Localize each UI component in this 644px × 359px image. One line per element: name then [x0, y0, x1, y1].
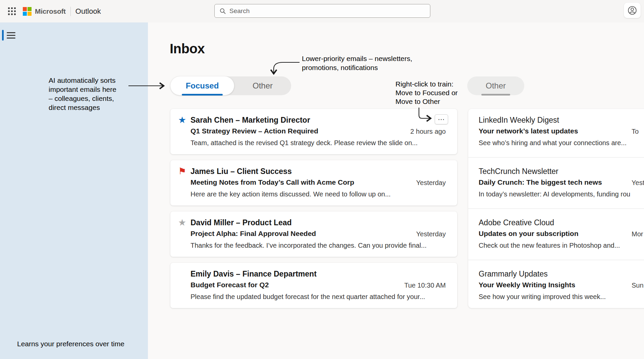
- email-subject: Project Alpha: Final Approval Needed: [191, 230, 316, 238]
- email-sender: Adobe Creative Cloud: [479, 218, 554, 227]
- star-icon[interactable]: ★: [176, 114, 188, 126]
- email-sender: David Miller – Product Lead: [191, 218, 292, 227]
- tab-other-right-label: Other: [486, 81, 506, 91]
- email-subject: Daily Crunch: The biggest tech news: [479, 178, 602, 186]
- email-sender: TechCrunch Newsletter: [479, 167, 558, 176]
- list-divider: [468, 208, 644, 209]
- search-bar[interactable]: [214, 4, 430, 18]
- email-sender: James Liu – Client Success: [191, 167, 292, 176]
- inbox-tabs: Other Focused: [170, 76, 291, 95]
- email-sender: Emily Davis – Finance Department: [191, 270, 317, 279]
- left-sidebar: AI automatically sorts important emails …: [0, 22, 148, 359]
- microsoft-logo-icon: [23, 7, 32, 16]
- main-content: Inbox Lower-priority emails – newsletter…: [148, 22, 644, 359]
- email-time: Mor: [632, 230, 643, 238]
- account-person-icon: [628, 6, 637, 15]
- email-time: Sun: [632, 282, 644, 289]
- email-card-focused-2[interactable]: ⚑ James Liu – Client Success Meeting Not…: [170, 160, 457, 205]
- email-subject: Your network’s latest updates: [479, 127, 578, 135]
- tab-focused[interactable]: Focused: [170, 76, 234, 95]
- annotation-learns-preferences: Learns your preferences over time: [17, 339, 151, 348]
- email-subject: Budget Forecast for Q2: [191, 281, 269, 289]
- email-preview: Here are the key action items discussed.…: [191, 190, 447, 198]
- flag-icon[interactable]: ⚑: [176, 166, 188, 177]
- email-item-other-1[interactable]: LinkedIn Weekly Digest Your network’s la…: [468, 109, 644, 154]
- star-icon[interactable]: ★: [176, 217, 188, 228]
- email-card-focused-3[interactable]: ★ David Miller – Product Lead Project Al…: [170, 212, 457, 257]
- focused-tab-underline: [182, 94, 223, 96]
- other-email-list: LinkedIn Weekly Digest Your network’s la…: [468, 109, 644, 308]
- tab-other-right[interactable]: Other: [467, 76, 524, 95]
- sidebar-accent-bar: [2, 30, 4, 41]
- email-time: 2 hours ago: [410, 128, 446, 135]
- waffle-icon: [8, 7, 16, 15]
- email-time: To: [632, 128, 639, 135]
- email-sender: Sarah Chen – Marketing Director: [191, 116, 310, 125]
- account-button[interactable]: [624, 3, 641, 18]
- email-sender: LinkedIn Weekly Digest: [479, 116, 559, 125]
- email-preview: In today’s newsletter: AI developments, …: [479, 190, 630, 198]
- email-preview: Check out the new features in Photoshop …: [479, 242, 620, 249]
- email-sender: Grammarly Updates: [479, 270, 548, 279]
- page-title: Inbox: [170, 41, 205, 56]
- email-preview: See who’s hiring and what your connectio…: [479, 139, 627, 147]
- email-card-focused-1[interactable]: ★ Sarah Chen – Marketing Director Q1 Str…: [170, 109, 457, 154]
- hamburger-menu-button[interactable]: [7, 29, 19, 42]
- brand-divider: [70, 7, 71, 16]
- list-divider: [468, 260, 644, 260]
- email-subject: Updates on your subscription: [479, 230, 579, 238]
- email-preview: Please find the updated budget forecast …: [191, 293, 447, 301]
- email-time: Yesterday: [416, 179, 446, 187]
- more-options-button[interactable]: ⋯: [435, 114, 448, 124]
- email-preview: Thanks for the feedback. I’ve incorporat…: [191, 242, 447, 249]
- email-subject: Q1 Strategy Review – Action Required: [191, 127, 318, 135]
- email-item-other-3[interactable]: Adobe Creative Cloud Updates on your sub…: [468, 212, 644, 257]
- email-preview: See how your writing improved this week.…: [479, 293, 606, 301]
- microsoft-logo[interactable]: Microsoft: [23, 7, 66, 16]
- annotation-focused-inbox: AI automatically sorts important emails …: [49, 76, 143, 112]
- email-preview: Team, attached is the revised Q1 strateg…: [191, 139, 447, 147]
- email-time: Yest: [632, 179, 644, 187]
- top-bar: Microsoft Outlook: [0, 0, 644, 22]
- app-launcher-button[interactable]: [5, 5, 18, 18]
- email-subject: Meeting Notes from Today’s Call with Acm…: [191, 178, 354, 186]
- email-card-focused-4[interactable]: Emily Davis – Finance Department Budget …: [170, 263, 457, 308]
- email-subject: Your Weekly Writing Insights: [479, 281, 575, 289]
- app-name: Outlook: [75, 7, 101, 16]
- email-item-other-2[interactable]: TechCrunch Newsletter Daily Crunch: The …: [468, 160, 644, 205]
- search-input[interactable]: [229, 7, 417, 15]
- email-item-other-4[interactable]: Grammarly Updates Your Weekly Writing In…: [468, 263, 644, 308]
- list-divider: [468, 157, 644, 158]
- search-icon: [219, 8, 226, 14]
- other-tab-underline: [481, 94, 510, 96]
- tab-other[interactable]: Other: [234, 76, 291, 95]
- email-time: Tue 10:30 AM: [404, 282, 446, 289]
- email-time: Yesterday: [416, 230, 446, 238]
- annotation-other-tab: Lower-priority emails – newsletters, pro…: [302, 54, 436, 72]
- microsoft-wordmark: Microsoft: [35, 7, 66, 15]
